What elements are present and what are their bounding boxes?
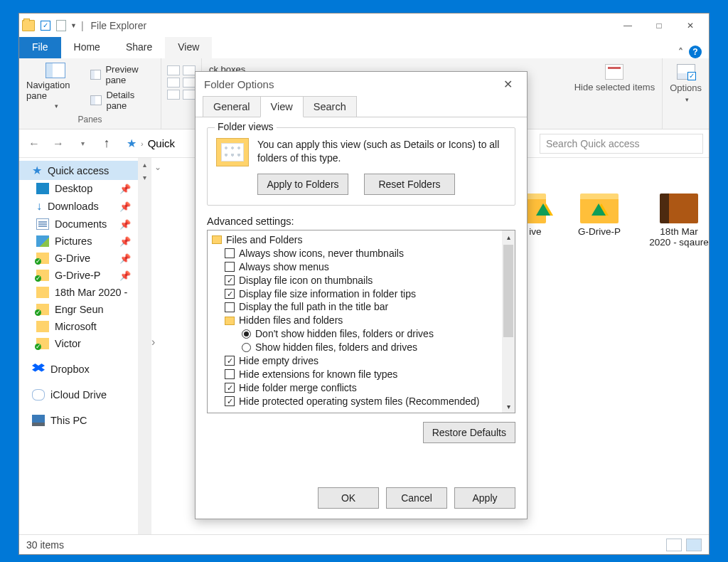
option-always-menus[interactable]: Always show menus xyxy=(212,260,500,274)
navigation-pane: ★ Quick access Desktop📌 ↓Downloads📌 Docu… xyxy=(19,158,151,534)
scroll-thumb[interactable] xyxy=(503,245,513,337)
preview-pane-label: Preview pane xyxy=(105,64,154,85)
file-item-gdrivep[interactable]: G-Drive-P xyxy=(569,193,629,248)
group-toggle-icon[interactable]: › xyxy=(151,336,155,349)
checkbox-icon[interactable] xyxy=(225,369,235,379)
tab-general[interactable]: General xyxy=(203,96,261,117)
tab-home[interactable]: Home xyxy=(61,37,113,58)
dialog-close-button[interactable]: ✕ xyxy=(498,75,518,94)
close-button[interactable]: ✕ xyxy=(675,15,706,36)
preview-pane-button[interactable]: Preview pane xyxy=(90,63,154,87)
checkbox-icon[interactable] xyxy=(225,248,235,258)
option-always-icons[interactable]: Always show icons, never thumbnails xyxy=(212,247,500,260)
pin-icon: 📌 xyxy=(119,219,131,230)
sidebar-item-documents[interactable]: Documents📌 xyxy=(19,216,151,233)
up-button[interactable]: ↑ xyxy=(97,134,116,153)
reset-folders-button[interactable]: Reset Folders xyxy=(364,174,455,195)
sidebar-item-desktop[interactable]: Desktop📌 xyxy=(19,180,151,197)
search-input[interactable]: Search Quick access xyxy=(540,134,703,154)
sidebar-item-downloads[interactable]: ↓Downloads📌 xyxy=(19,197,151,216)
hide-selected-items-button[interactable]: Hide selected items xyxy=(574,63,655,93)
help-icon[interactable]: ? xyxy=(689,46,702,58)
back-button[interactable]: ← xyxy=(25,134,43,153)
checkbox-checked-icon[interactable]: ✓ xyxy=(225,396,235,406)
dropbox-icon xyxy=(32,364,45,375)
sidebar-item-quick-access[interactable]: ★ Quick access xyxy=(19,161,151,180)
status-bar: 30 items xyxy=(19,534,709,554)
qat-dropdown-icon[interactable]: ▼ xyxy=(70,22,77,29)
file-item-label: G-Drive-P xyxy=(578,226,621,237)
advanced-settings-tree[interactable]: Files and Folders Always show icons, nev… xyxy=(208,230,502,413)
tree-group-label: Files and Folders xyxy=(226,233,302,247)
checkbox-checked-icon[interactable]: ✓ xyxy=(225,275,235,285)
tab-view[interactable]: View xyxy=(260,96,304,117)
option-display-size-tips[interactable]: ✓Display file size information in folder… xyxy=(212,287,500,301)
desktop-icon xyxy=(36,183,49,194)
radio-icon[interactable] xyxy=(242,343,251,352)
sidebar-item-this-pc[interactable]: This PC xyxy=(19,412,151,429)
scroll-up-icon[interactable]: ▴ xyxy=(138,158,151,171)
options-button[interactable]: Options ▾ xyxy=(670,63,702,103)
qat-checkbox-icon[interactable]: ✓ xyxy=(41,21,50,31)
option-hide-extensions[interactable]: Hide extensions for known file types xyxy=(212,368,500,381)
sidebar-item-microsoft[interactable]: Microsoft xyxy=(19,318,151,335)
folder-views-group: Folder views You can apply this view (su… xyxy=(207,127,515,206)
folder-icon xyxy=(212,235,222,244)
scroll-down-icon[interactable]: ▾ xyxy=(138,171,151,184)
sidebar-item-gdrive[interactable]: G-Drive📌 xyxy=(19,250,151,267)
sidebar-item-pictures[interactable]: Pictures📌 xyxy=(19,233,151,250)
sidebar-item-label: Pictures xyxy=(55,235,92,247)
sidebar-item-icloud[interactable]: iCloud Drive xyxy=(19,386,151,403)
maximize-button[interactable]: □ xyxy=(643,15,675,36)
nav-scrollbar[interactable]: ▴ ▾ xyxy=(138,158,151,534)
sidebar-item-18th-mar[interactable]: 18th Mar 2020 - xyxy=(19,284,151,301)
option-display-full-path[interactable]: Display the full path in the title bar xyxy=(212,300,500,314)
sidebar-item-label: G-Drive-P xyxy=(55,270,100,281)
folder-icon xyxy=(36,287,49,298)
radio-selected-icon[interactable] xyxy=(242,329,251,339)
scroll-down-icon[interactable]: ▾ xyxy=(502,400,515,413)
breadcrumb[interactable]: ★ › Quick xyxy=(122,134,180,154)
tab-share[interactable]: Share xyxy=(113,37,165,58)
checkbox-checked-icon[interactable]: ✓ xyxy=(225,356,235,366)
option-show-hidden[interactable]: Show hidden files, folders and drives xyxy=(212,341,500,354)
checkbox-icon[interactable] xyxy=(225,262,235,272)
tree-subgroup-label: Hidden files and folders xyxy=(239,314,343,327)
tab-file[interactable]: File xyxy=(19,37,61,58)
tab-search[interactable]: Search xyxy=(303,96,357,117)
details-pane-button[interactable]: Details pane xyxy=(90,88,154,112)
scroll-up-icon[interactable]: ▴ xyxy=(502,230,515,243)
minimize-button[interactable]: — xyxy=(612,15,643,36)
folder-icon xyxy=(225,317,235,325)
sidebar-item-victor[interactable]: Victor xyxy=(19,335,151,352)
search-placeholder: Search Quick access xyxy=(546,138,640,149)
qat-document-icon[interactable] xyxy=(56,20,66,31)
checkbox-checked-icon[interactable]: ✓ xyxy=(225,383,235,393)
navigation-pane-button[interactable]: Navigation pane ▾ xyxy=(26,63,85,112)
sidebar-item-gdrivep[interactable]: G-Drive-P📌 xyxy=(19,267,151,284)
layout-group[interactable] xyxy=(167,63,196,100)
checkbox-checked-icon[interactable]: ✓ xyxy=(225,289,235,299)
ok-button[interactable]: OK xyxy=(318,487,379,509)
apply-to-folders-button[interactable]: Apply to Folders xyxy=(257,174,348,195)
apply-button[interactable]: Apply xyxy=(454,487,515,509)
option-dont-show-hidden[interactable]: Don't show hidden files, folders or driv… xyxy=(212,327,500,341)
tab-view[interactable]: View xyxy=(165,37,212,58)
option-hide-protected[interactable]: ✓Hide protected operating system files (… xyxy=(212,395,500,408)
view-large-icons-toggle[interactable] xyxy=(686,539,702,551)
option-hide-empty-drives[interactable]: ✓Hide empty drives xyxy=(212,354,500,368)
cancel-button[interactable]: Cancel xyxy=(386,487,447,509)
sidebar-item-dropbox[interactable]: Dropbox xyxy=(19,361,151,378)
option-display-icon-thumbnails[interactable]: ✓Display file icon on thumbnails xyxy=(212,274,500,287)
forward-button[interactable]: → xyxy=(49,134,68,153)
restore-defaults-button[interactable]: Restore Defaults xyxy=(423,422,515,443)
collapse-ribbon-icon[interactable]: ˄ xyxy=(678,46,683,58)
view-details-toggle[interactable] xyxy=(666,539,682,551)
option-hide-merge-conflicts[interactable]: ✓Hide folder merge conflicts xyxy=(212,381,500,395)
history-dropdown-icon[interactable]: ▾ xyxy=(73,134,92,153)
sidebar-item-engr-seun[interactable]: Engr Seun xyxy=(19,301,151,318)
advanced-scrollbar[interactable]: ▴ ▾ xyxy=(502,230,515,413)
checkbox-icon[interactable] xyxy=(225,302,235,312)
file-item-18th-mar[interactable]: 18th Mar 2020 - sqaure xyxy=(649,193,709,248)
group-toggle-icon[interactable]: ⌄ xyxy=(151,162,164,172)
